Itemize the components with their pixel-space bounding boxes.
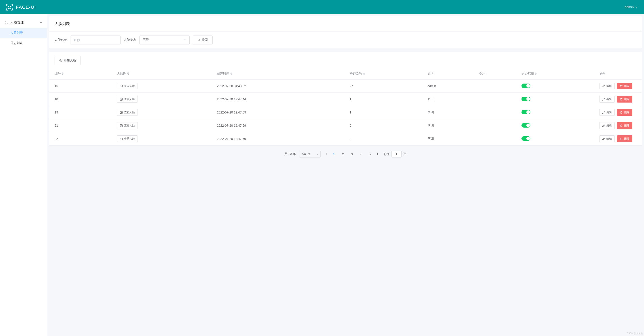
search-icon <box>198 38 200 42</box>
user-name: admin <box>624 5 634 9</box>
cell-created: 2022-07-20 12:47:44 <box>215 93 348 106</box>
cell-remark <box>477 119 519 132</box>
svg-point-6 <box>121 85 121 86</box>
svg-point-8 <box>121 98 121 99</box>
enabled-toggle[interactable] <box>522 110 530 114</box>
col-created[interactable]: 创建时间 <box>215 68 348 79</box>
cell-remark <box>477 106 519 119</box>
add-face-button[interactable]: 添加人脸 <box>54 56 81 65</box>
goto-suffix: 页 <box>404 152 406 156</box>
cell-created: 2022-07-20 04:43:02 <box>215 79 348 93</box>
page-number[interactable]: 4 <box>359 152 363 156</box>
sidebar-group-face[interactable]: 人脸管理 <box>0 17 47 28</box>
col-remark: 备注 <box>477 68 519 79</box>
page-number[interactable]: 2 <box>341 152 345 156</box>
filter-name-label: 人脸名称 <box>54 38 67 42</box>
search-button[interactable]: 搜索 <box>193 35 213 44</box>
enabled-toggle[interactable] <box>522 97 530 101</box>
svg-point-0 <box>8 6 9 7</box>
cell-name: 李四 <box>425 132 477 145</box>
cell-id: 18 <box>49 93 115 106</box>
pagination-total: 共 23 条 <box>284 152 296 156</box>
col-ops: 操作 <box>597 68 642 79</box>
user-menu[interactable]: admin <box>624 5 637 9</box>
col-id[interactable]: 编号 <box>49 68 115 79</box>
sidebar: 人脸管理 人脸列表 日志列表 <box>0 14 47 336</box>
pagination: 共 23 条 5条/页 12345 前往 页 <box>49 145 642 160</box>
watermark: CSDN @谋永鹏 <box>627 332 643 335</box>
cell-id: 19 <box>49 106 115 119</box>
view-face-button[interactable]: 查看人脸 <box>117 109 138 116</box>
view-face-button[interactable]: 查看人脸 <box>117 135 138 142</box>
delete-button[interactable]: 删除 <box>617 135 632 142</box>
chevron-up-icon <box>40 20 42 24</box>
page-number[interactable]: 3 <box>350 152 354 156</box>
cell-created: 2022-07-20 12:47:59 <box>215 132 348 145</box>
sidebar-item-log-list[interactable]: 日志列表 <box>0 38 47 48</box>
cell-remark <box>477 93 519 106</box>
enabled-toggle[interactable] <box>522 136 530 141</box>
delete-button[interactable]: 删除 <box>617 96 632 102</box>
chevron-down-icon <box>316 153 319 156</box>
cell-verify-count: 0 <box>348 119 425 132</box>
delete-button[interactable]: 删除 <box>617 83 632 89</box>
view-face-button[interactable]: 查看人脸 <box>117 122 138 129</box>
page-title: 人脸列表 <box>49 16 642 31</box>
main-content: 人脸列表 人脸名称 人脸状态 不限 搜索 <box>47 14 644 336</box>
delete-button[interactable]: 删除 <box>617 109 632 116</box>
table-row: 22 查看人脸2022-07-20 12:47:590李四 编辑 删除 <box>49 132 642 145</box>
edit-button[interactable]: 编辑 <box>599 83 615 89</box>
table-row: 18 查看人脸2022-07-20 12:47:441张三 编辑 删除 <box>49 93 642 106</box>
enabled-toggle[interactable] <box>522 123 530 128</box>
filter-name-input[interactable] <box>70 35 120 44</box>
cell-verify-count: 1 <box>348 106 425 119</box>
svg-point-3 <box>198 39 200 41</box>
page-number[interactable]: 5 <box>368 152 372 156</box>
svg-point-10 <box>121 112 121 112</box>
goto-prefix: 前往 <box>383 152 390 156</box>
filter-status-select[interactable]: 不限 <box>139 35 190 44</box>
face-table: 编号 人脸图片 创建时间 验证次数 姓名 备注 是否启用 操作 15 查看人脸2… <box>49 68 642 145</box>
table-panel: 添加人脸 编号 人脸图片 创建时间 验证次数 姓名 备注 是否启用 操作 15 … <box>49 52 642 145</box>
col-enabled[interactable]: 是否启用 <box>519 68 597 79</box>
logo: FACE-UI <box>6 3 36 11</box>
col-verify[interactable]: 验证次数 <box>348 68 425 79</box>
cell-verify-count: 27 <box>348 79 425 93</box>
cell-id: 21 <box>49 119 115 132</box>
filter-status-label: 人脸状态 <box>124 38 136 42</box>
app-title: FACE-UI <box>16 4 36 10</box>
user-icon <box>4 20 8 24</box>
sort-icon <box>230 72 232 75</box>
delete-button[interactable]: 删除 <box>617 122 632 129</box>
edit-button[interactable]: 编辑 <box>599 96 615 102</box>
cell-created: 2022-07-20 12:47:59 <box>215 106 348 119</box>
page-prev[interactable] <box>324 152 329 156</box>
sort-icon <box>535 72 537 75</box>
edit-button[interactable]: 编辑 <box>599 135 615 142</box>
page-size-select[interactable]: 5条/页 <box>299 151 321 157</box>
col-name: 姓名 <box>425 68 477 79</box>
view-face-button[interactable]: 查看人脸 <box>117 96 138 102</box>
cell-id: 22 <box>49 132 115 145</box>
edit-button[interactable]: 编辑 <box>599 122 615 129</box>
cell-id: 15 <box>49 79 115 93</box>
sort-icon <box>363 72 365 75</box>
sort-icon <box>62 72 64 75</box>
page-next[interactable] <box>375 152 380 156</box>
sidebar-item-face-list[interactable]: 人脸列表 <box>0 28 47 38</box>
enabled-toggle[interactable] <box>522 83 530 88</box>
cell-verify-count: 0 <box>348 132 425 145</box>
svg-point-2 <box>6 21 7 22</box>
cell-name: 李四 <box>425 119 477 132</box>
view-face-button[interactable]: 查看人脸 <box>117 83 138 89</box>
table-row: 19 查看人脸2022-07-20 12:47:591李四 编辑 删除 <box>49 106 642 119</box>
filter-panel: 人脸列表 人脸名称 人脸状态 不限 搜索 <box>49 16 642 48</box>
cell-remark <box>477 79 519 93</box>
sidebar-group-label: 人脸管理 <box>10 20 24 24</box>
svg-point-1 <box>10 6 11 7</box>
edit-button[interactable]: 编辑 <box>599 109 615 116</box>
plus-circle-icon <box>59 59 62 62</box>
goto-input[interactable] <box>391 151 402 157</box>
svg-point-14 <box>121 138 121 138</box>
page-number[interactable]: 1 <box>332 152 336 156</box>
